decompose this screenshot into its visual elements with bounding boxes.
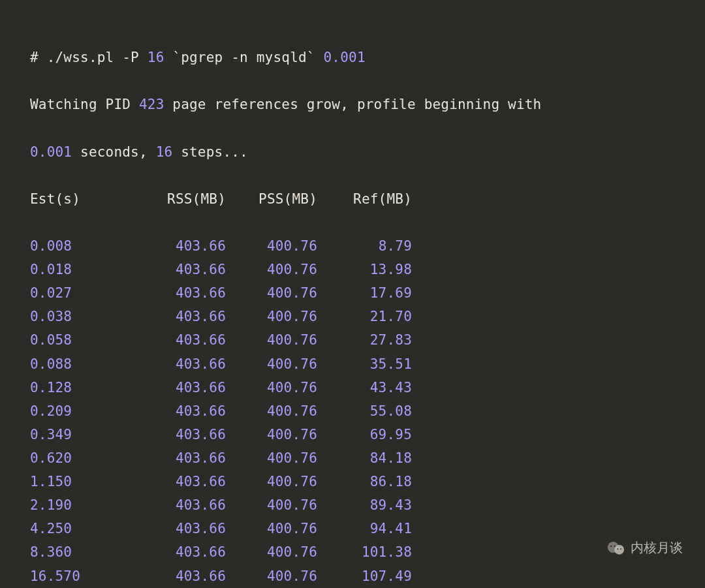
table-row: 0.349403.66400.7669.95 bbox=[30, 423, 675, 446]
cell-ref: 17.69 bbox=[317, 281, 412, 305]
cell-est: 0.058 bbox=[30, 328, 141, 352]
cell-pss: 400.76 bbox=[226, 328, 317, 352]
svg-point-4 bbox=[617, 548, 618, 549]
cell-est: 2.190 bbox=[30, 493, 141, 517]
cell-rss: 403.66 bbox=[141, 540, 226, 564]
terminal-output: # ./wss.pl -P 16 `pgrep -n mysqld` 0.001… bbox=[0, 0, 705, 588]
cell-est: 8.360 bbox=[30, 540, 141, 564]
table-row: 1.150403.66400.7686.18 bbox=[30, 470, 675, 493]
cell-est: 0.088 bbox=[30, 352, 141, 376]
cell-pss: 400.76 bbox=[226, 281, 317, 305]
cell-est: 0.027 bbox=[30, 281, 141, 305]
status-text: page references grow, profile beginning … bbox=[164, 97, 550, 112]
cell-rss: 403.66 bbox=[141, 399, 226, 423]
svg-point-3 bbox=[614, 545, 615, 546]
watermark-text: 内核月谈 bbox=[631, 539, 683, 557]
command-interval: 0.001 bbox=[324, 50, 366, 65]
cell-ref: 89.43 bbox=[317, 493, 412, 517]
table-row: 8.360403.66400.76101.38 bbox=[30, 540, 675, 564]
cell-est: 0.620 bbox=[30, 446, 141, 470]
status-text: Watching PID bbox=[30, 97, 139, 112]
svg-point-1 bbox=[614, 544, 624, 554]
cell-rss: 403.66 bbox=[141, 517, 226, 540]
steps-value: 16 bbox=[156, 144, 173, 160]
cell-pss: 400.76 bbox=[226, 565, 317, 588]
cell-rss: 403.66 bbox=[141, 258, 226, 281]
status-text: seconds, bbox=[72, 144, 155, 160]
cell-ref: 84.18 bbox=[317, 446, 412, 470]
cell-est: 1.150 bbox=[30, 470, 141, 493]
cell-pss: 400.76 bbox=[226, 258, 317, 281]
table-row: 0.209403.66400.7655.08 bbox=[30, 399, 675, 423]
cell-pss: 400.76 bbox=[226, 376, 317, 399]
command-subshell: `pgrep -n mysqld` bbox=[164, 50, 324, 65]
cell-ref: 8.79 bbox=[317, 234, 412, 258]
cell-pss: 400.76 bbox=[226, 234, 317, 258]
cell-est: 4.250 bbox=[30, 517, 141, 540]
table-row: 4.250403.66400.7694.41 bbox=[30, 517, 675, 540]
table-row: 0.038403.66400.7621.70 bbox=[30, 305, 675, 328]
table-row: 0.027403.66400.7617.69 bbox=[30, 281, 675, 305]
cell-ref: 101.38 bbox=[317, 540, 412, 564]
prompt-text: # bbox=[30, 50, 47, 65]
header-pss: PSS(MB) bbox=[226, 187, 317, 211]
status-line-2: 0.001 seconds, 16 steps... bbox=[30, 140, 675, 164]
cell-est: 0.209 bbox=[30, 399, 141, 423]
cell-ref: 27.83 bbox=[317, 328, 412, 352]
cell-rss: 403.66 bbox=[141, 470, 226, 493]
cell-pss: 400.76 bbox=[226, 352, 317, 376]
header-ref: Ref(MB) bbox=[317, 187, 412, 211]
command-arg-p: 16 bbox=[148, 50, 164, 65]
cell-rss: 403.66 bbox=[141, 234, 226, 258]
table-row: 0.088403.66400.7635.51 bbox=[30, 352, 675, 376]
cell-rss: 403.66 bbox=[141, 446, 226, 470]
wechat-icon bbox=[607, 541, 625, 555]
cell-ref: 55.08 bbox=[317, 399, 412, 423]
cell-ref: 43.43 bbox=[317, 376, 412, 399]
cell-rss: 403.66 bbox=[141, 305, 226, 328]
svg-point-5 bbox=[620, 548, 621, 549]
cell-rss: 403.66 bbox=[141, 423, 226, 446]
table-header-row: Est(s)RSS(MB)PSS(MB)Ref(MB) bbox=[30, 187, 675, 211]
cell-ref: 69.95 bbox=[317, 423, 412, 446]
status-text: steps... bbox=[172, 144, 248, 160]
svg-point-2 bbox=[610, 545, 612, 546]
cell-est: 0.008 bbox=[30, 234, 141, 258]
cell-pss: 400.76 bbox=[226, 305, 317, 328]
cell-pss: 400.76 bbox=[226, 540, 317, 564]
watermark: 内核月谈 bbox=[607, 539, 683, 557]
cell-pss: 400.76 bbox=[226, 517, 317, 540]
cell-pss: 400.76 bbox=[226, 470, 317, 493]
cell-ref: 35.51 bbox=[317, 352, 412, 376]
cell-ref: 86.18 bbox=[317, 470, 412, 493]
cell-pss: 400.76 bbox=[226, 446, 317, 470]
cell-rss: 403.66 bbox=[141, 493, 226, 517]
table-body: 0.008403.66400.768.790.018403.66400.7613… bbox=[30, 234, 675, 588]
cell-rss: 403.66 bbox=[141, 376, 226, 399]
cell-est: 0.128 bbox=[30, 376, 141, 399]
table-row: 0.008403.66400.768.79 bbox=[30, 234, 675, 258]
cell-rss: 403.66 bbox=[141, 281, 226, 305]
table-row: 0.620403.66400.7684.18 bbox=[30, 446, 675, 470]
table-row: 0.018403.66400.7613.98 bbox=[30, 258, 675, 281]
status-line-1: Watching PID 423 page references grow, p… bbox=[30, 93, 675, 116]
cell-rss: 403.66 bbox=[141, 565, 226, 588]
cell-est: 0.038 bbox=[30, 305, 141, 328]
header-rss: RSS(MB) bbox=[141, 187, 226, 211]
cell-ref: 13.98 bbox=[317, 258, 412, 281]
table-row: 2.190403.66400.7689.43 bbox=[30, 493, 675, 517]
cell-pss: 400.76 bbox=[226, 493, 317, 517]
command-line: # ./wss.pl -P 16 `pgrep -n mysqld` 0.001 bbox=[30, 46, 675, 69]
cell-pss: 400.76 bbox=[226, 399, 317, 423]
cell-est: 16.570 bbox=[30, 565, 141, 588]
cell-ref: 94.41 bbox=[317, 517, 412, 540]
cell-rss: 403.66 bbox=[141, 328, 226, 352]
command-text: ./wss.pl -P bbox=[47, 50, 148, 65]
table-row: 0.128403.66400.7643.43 bbox=[30, 376, 675, 399]
table-row: 0.058403.66400.7627.83 bbox=[30, 328, 675, 352]
cell-est: 0.018 bbox=[30, 258, 141, 281]
header-est: Est(s) bbox=[30, 187, 141, 211]
table-row: 16.570403.66400.76107.49 bbox=[30, 565, 675, 588]
cell-ref: 21.70 bbox=[317, 305, 412, 328]
cell-rss: 403.66 bbox=[141, 352, 226, 376]
